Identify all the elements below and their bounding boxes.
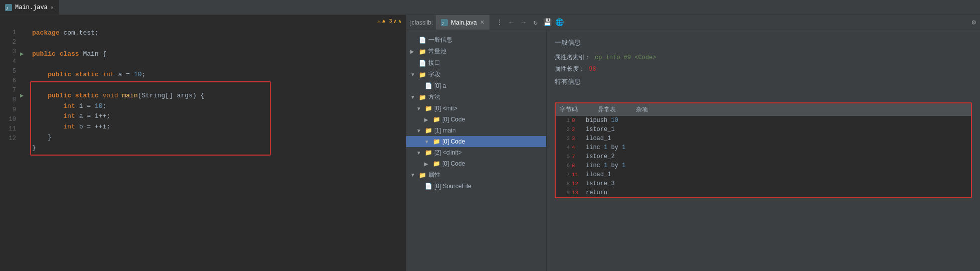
bytecode-row-7[interactable]: 7 11 iload_1 — [556, 170, 971, 179]
chevron-fields: ▼ — [410, 72, 416, 77]
tree-item-general-info[interactable]: 📄 一般信息 — [406, 34, 546, 46]
bc-linenum-1: 1 — [560, 117, 570, 123]
line-num-12: 12 — [0, 134, 16, 144]
run-arrow-3[interactable]: ▶ — [20, 49, 30, 60]
line-num-8: 8 — [0, 95, 16, 105]
bytecode-row-6[interactable]: 6 8 iinc 1 by 1 — [556, 161, 971, 170]
tree-item-clinit-code[interactable]: ▶ 📁 [0] Code — [406, 158, 546, 169]
line-num-9: 9 — [0, 105, 16, 115]
code-line-11: } — [32, 132, 406, 143]
chevron-clinit-code: ▶ — [424, 161, 430, 167]
bytecode-row-4[interactable]: 4 4 iinc 1 by 1 — [556, 143, 971, 152]
jclasslib-tab[interactable]: J Main.java ✕ — [436, 15, 489, 30]
bytecode-col-2: 异常表 — [598, 105, 616, 114]
bc-linenum-2: 2 — [560, 126, 570, 132]
tree-item-interface[interactable]: 📄 接口 — [406, 57, 546, 69]
java-icon-jclasslib: J — [441, 19, 448, 26]
tree-label-constant: 常量池 — [428, 47, 446, 56]
bc-linenum-4: 4 — [560, 145, 570, 151]
bytecode-container: 字节码 异常表 杂项 1 0 bipush 10 2 — [555, 102, 972, 198]
tree-item-methods[interactable]: ▼ 📁 方法 — [406, 91, 546, 103]
run-arrow-7[interactable]: ▶ — [20, 91, 30, 101]
chevron-general — [410, 37, 416, 43]
svg-text:J: J — [6, 6, 8, 10]
warning-icon: ⚠ — [377, 18, 381, 25]
bytecode-row-9[interactable]: 9 13 return — [556, 188, 971, 197]
jclasslib-header: jclasslib: J Main.java ✕ ⋮ ← → ↻ 💾 🌐 ⚙ — [406, 15, 980, 30]
forward-btn[interactable]: → — [519, 18, 529, 28]
tree-label-attributes: 属性 — [428, 171, 440, 179]
editor-tab-label: Main.java — [15, 4, 48, 11]
folder-icon-methods: 📁 — [418, 93, 426, 101]
jclasslib-tab-close[interactable]: ✕ — [480, 19, 484, 26]
attr-name-value: cp_info #9 <Code> — [595, 54, 656, 61]
tree-label-main-code: [0] Code — [442, 138, 465, 145]
tree-label-method-clinit: [2] <clinit> — [434, 149, 462, 156]
menu-btn[interactable]: ⋮ — [495, 18, 505, 28]
bc-offset-4: 4 — [572, 145, 584, 151]
bytecode-row-8[interactable]: 8 12 istore_3 — [556, 179, 971, 188]
jclasslib-label: jclasslib: — [410, 19, 433, 26]
chevron-sourcefile — [416, 184, 422, 189]
tree-label-fields: 字段 — [428, 70, 440, 79]
line-num-2: 2 — [0, 38, 16, 47]
tree-item-sourcefile[interactable]: 📄 [0] SourceFile — [406, 181, 546, 192]
tree-item-attributes[interactable]: ▼ 📁 属性 — [406, 169, 546, 181]
warning-badge: ⚠ ▲ 3 ∧ ∨ — [377, 18, 402, 25]
folder-icon-method-clinit: 📁 — [424, 149, 432, 157]
line-num-5: 5 — [0, 67, 16, 76]
chevron-field-0 — [416, 83, 422, 89]
bytecode-row-5[interactable]: 5 7 istore_2 — [556, 152, 971, 161]
bc-instr-4: iinc 1 by 1 — [584, 144, 967, 151]
bytecode-row-3[interactable]: 3 3 iload_1 — [556, 134, 971, 143]
svg-text:J: J — [442, 21, 444, 25]
tree-item-field-0[interactable]: 📄 [0] a — [406, 80, 546, 91]
tree-item-method-init[interactable]: ▼ 📁 [0] <init> — [406, 103, 546, 114]
tree-label-general: 一般信息 — [428, 36, 452, 44]
code-line-7: public static void main(String[] args) { — [32, 91, 406, 101]
editor-panel: ⚠ ▲ 3 ∧ ∨ 1 2 3 4 5 6 7 8 9 10 11 12 — [0, 15, 406, 271]
tree-item-method-clinit[interactable]: ▼ 📁 [2] <clinit> — [406, 147, 546, 158]
line-num-7: 7 — [0, 86, 16, 95]
bc-instr-3: iload_1 — [584, 135, 967, 142]
line-num-1: 1 — [0, 28, 16, 38]
special-section-title: 特有信息 — [555, 77, 972, 86]
warning-chevron-up[interactable]: ∧ — [394, 18, 397, 25]
settings-btn[interactable]: ⚙ — [972, 18, 976, 27]
code-line-12: } — [32, 143, 406, 154]
refresh-btn[interactable]: ↻ — [531, 18, 541, 28]
bc-offset-1: 0 — [572, 117, 584, 123]
editor-toolbar: ⚠ ▲ 3 ∧ ∨ — [0, 15, 406, 27]
warning-count: ▲ 3 — [382, 18, 392, 24]
code-area[interactable]: package com.test; public class Main { pu… — [30, 27, 406, 271]
web-btn[interactable]: 🌐 — [555, 18, 565, 28]
editor-tab-main[interactable]: J Main.java ✕ — [0, 0, 59, 15]
bc-linenum-6: 6 — [560, 163, 570, 169]
bytecode-row-1[interactable]: 1 0 bipush 10 — [556, 116, 971, 125]
info-panel: 一般信息 属性名索引： cp_info #9 <Code> 属性长度： 98 特… — [547, 30, 980, 271]
bytecode-rows: 1 0 bipush 10 2 2 istore_1 3 — [556, 116, 971, 197]
tree-item-init-code[interactable]: ▶ 📁 [0] Code — [406, 114, 546, 125]
tree-item-constant-pool[interactable]: ▶ 📁 常量池 — [406, 46, 546, 57]
tree-item-main-code[interactable]: ▼ 📁 [0] Code — [406, 136, 546, 147]
bc-linenum-3: 3 — [560, 136, 570, 142]
code-line-4 — [32, 59, 406, 70]
back-btn[interactable]: ← — [507, 18, 517, 28]
bc-linenum-8: 8 — [560, 181, 570, 187]
tree-item-fields[interactable]: ▼ 📁 字段 — [406, 69, 546, 80]
chevron-method-main: ▼ — [416, 128, 422, 133]
java-file-icon: J — [5, 4, 12, 11]
tree-item-method-main[interactable]: ▼ 📁 [1] main — [406, 125, 546, 136]
tree-label-method-main: [1] main — [434, 127, 456, 134]
editor-tab-close[interactable]: ✕ — [51, 5, 54, 11]
save-btn[interactable]: 💾 — [543, 18, 553, 28]
tree-label-field-0: [0] a — [434, 82, 446, 89]
code-line-10: int b = ++i; — [32, 122, 406, 132]
chevron-method-init: ▼ — [416, 106, 422, 111]
bytecode-header: 字节码 异常表 杂项 — [556, 103, 971, 116]
bytecode-row-2[interactable]: 2 2 istore_1 — [556, 125, 971, 134]
tree-label-clinit-code: [0] Code — [442, 160, 465, 167]
warning-chevron-down[interactable]: ∨ — [398, 18, 402, 25]
chevron-method-clinit: ▼ — [416, 150, 422, 156]
jclasslib-tab-label: Main.java — [451, 19, 476, 26]
